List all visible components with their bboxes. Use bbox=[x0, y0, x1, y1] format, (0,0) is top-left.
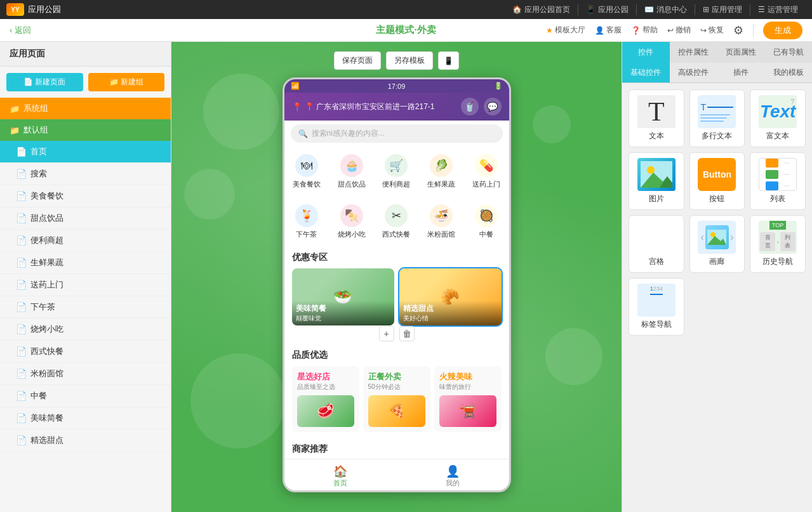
quality-img-3: 🫕 bbox=[439, 395, 496, 427]
cat-item-western[interactable]: ✂ 西式快餐 bbox=[374, 202, 419, 242]
top-nav-links: 🏠 应用公园首页 📱 应用公园 ✉️ 消息中心 ⊞ 应用管理 ☰ 运营管理 bbox=[505, 4, 806, 15]
component-text[interactable]: T 文本 bbox=[629, 89, 684, 147]
sidebar-item-medicine[interactable]: 📄 送药上门 bbox=[0, 274, 171, 296]
help-icon: ❓ bbox=[631, 26, 641, 35]
page-icon-10: 📄 bbox=[16, 346, 27, 357]
delete-promo-btn[interactable]: 🗑 bbox=[399, 326, 415, 341]
drink-icon[interactable]: 🥤 bbox=[461, 98, 479, 115]
page-icon-6: 📄 bbox=[16, 258, 27, 268]
save-template-button[interactable]: 另存模板 bbox=[386, 51, 433, 70]
history-component-icon: TOP 首页 › 列表 bbox=[759, 221, 797, 254]
component-richtext[interactable]: Text ? 富文本 bbox=[750, 89, 806, 147]
page-title: 主题模式·外卖 bbox=[376, 24, 436, 36]
sidebar-item-simple-meal[interactable]: 📄 美味简餐 bbox=[0, 407, 171, 430]
richtext-component-icon: Text ? bbox=[759, 95, 797, 128]
promo-item-2[interactable]: 🥐 精选甜点 美好心情 bbox=[399, 268, 502, 325]
cat-item-medicine[interactable]: 💊 送药上门 bbox=[464, 152, 509, 192]
sidebar-item-bbq[interactable]: 📄 烧烤小吃 bbox=[0, 318, 171, 341]
sidebar-item-noodles[interactable]: 📄 米粉面馆 bbox=[0, 363, 171, 385]
sidebar-item-western[interactable]: 📄 西式快餐 bbox=[0, 341, 171, 363]
sidebar-item-search[interactable]: 📄 搜索 bbox=[0, 163, 171, 185]
phone-mockup: 📶 17:09 🔋 📍 📍 广东省深圳市宝安区前进一路217-1 🥤 💬 🔍 搜… bbox=[283, 77, 511, 492]
cat-item-noodles[interactable]: 🍜 米粉面馆 bbox=[419, 202, 464, 242]
component-gallery[interactable]: ‹ › 画廊 bbox=[689, 215, 745, 273]
mobile-preview-button[interactable]: 📱 bbox=[438, 51, 459, 70]
help-btn[interactable]: ❓ 帮助 bbox=[631, 25, 658, 36]
merchant-section-title: 商家推荐 bbox=[284, 440, 509, 459]
undo-btn[interactable]: ↩ 撤销 bbox=[667, 25, 691, 36]
grid-icon: ⊞ bbox=[703, 5, 709, 14]
add-promo-btn[interactable]: + bbox=[379, 326, 394, 341]
tab-page-props[interactable]: 页面属性 bbox=[717, 42, 765, 63]
sidebar-item-fresh[interactable]: 📄 生鲜果蔬 bbox=[0, 252, 171, 274]
settings-btn[interactable]: ⚙ bbox=[733, 23, 743, 37]
sidebar-item-chinese[interactable]: 📄 中餐 bbox=[0, 385, 171, 407]
tab-control-props[interactable]: 控件属性 bbox=[670, 42, 717, 63]
comp-tab-plugin[interactable]: 插件 bbox=[717, 63, 765, 82]
bottom-nav-home[interactable]: 🏠 首页 bbox=[284, 464, 397, 488]
phone-search-bar[interactable]: 🔍 搜索ni感兴趣的内容... bbox=[291, 124, 503, 143]
component-multitext[interactable]: T 多行文本 bbox=[689, 89, 745, 147]
component-grid[interactable]: 宫格 bbox=[629, 215, 684, 273]
nav-link-home[interactable]: 🏠 应用公园首页 bbox=[505, 4, 578, 15]
tab-controls[interactable]: 控件 bbox=[622, 42, 670, 63]
new-page-button[interactable]: 📄 新建页面 bbox=[6, 73, 83, 91]
page-icon-12: 📄 bbox=[16, 391, 27, 401]
bottom-nav-profile[interactable]: 👤 我的 bbox=[397, 464, 509, 488]
chat-icon[interactable]: 💬 bbox=[484, 98, 502, 115]
sidebar-item-dessert[interactable]: 📄 甜点饮品 bbox=[0, 207, 171, 230]
button-component-icon: Button bbox=[698, 158, 736, 191]
cat-item-chinese[interactable]: 🥘 中餐 bbox=[464, 202, 509, 242]
image-component-icon bbox=[637, 158, 676, 191]
quality-item-2[interactable]: 正餐外卖 50分钟必达 🍕 bbox=[363, 366, 430, 432]
logo-area: YY 应用公园 bbox=[6, 3, 61, 16]
component-tabs[interactable]: 1 2 3 4 标签导航 bbox=[629, 278, 684, 336]
redo-btn[interactable]: ↪ 恢复 bbox=[700, 25, 724, 36]
cat-icon-dessert: 🧁 bbox=[340, 154, 363, 177]
new-group-button[interactable]: 📁 新建组 bbox=[88, 73, 165, 91]
cat-item-convenience[interactable]: 🛒 便利商超 bbox=[374, 152, 419, 192]
sidebar-group-default[interactable]: 📁 默认组 bbox=[0, 119, 171, 141]
sidebar-item-afternoon-tea[interactable]: 📄 下午茶 bbox=[0, 296, 171, 318]
comp-tab-advanced[interactable]: 高级控件 bbox=[670, 63, 717, 82]
customer-service-btn[interactable]: 👤 客服 bbox=[595, 25, 622, 36]
top-navigation: YY 应用公园 🏠 应用公园首页 📱 应用公园 ✉️ 消息中心 ⊞ 应用管理 ☰… bbox=[0, 0, 812, 19]
promo-grid: 🥗 美味简餐 颠覆味觉 🥐 精选甜点 美好心情 bbox=[292, 268, 502, 325]
cat-item-tea[interactable]: 🍹 下午茶 bbox=[284, 202, 329, 242]
text-component-icon: T bbox=[637, 95, 676, 128]
sidebar-item-sweet[interactable]: 📄 精选甜点 bbox=[0, 430, 171, 452]
sidebar-item-food[interactable]: 📄 美食餐饮 bbox=[0, 185, 171, 207]
quality-item-3[interactable]: 火辣美味 味蕾的旅行 🫕 bbox=[434, 366, 502, 432]
save-page-button[interactable]: 保存页面 bbox=[334, 51, 381, 70]
comp-tab-basic[interactable]: 基础控件 bbox=[622, 63, 670, 82]
comp-tab-my-template[interactable]: 我的模板 bbox=[764, 63, 812, 82]
component-list[interactable]: 列表 bbox=[750, 152, 806, 210]
nav-link-app[interactable]: 📱 应用公园 bbox=[578, 4, 637, 15]
cat-icon-medicine: 💊 bbox=[475, 154, 498, 177]
quality-item-1[interactable]: 星选好店 品质臻至之选 🥩 bbox=[292, 366, 359, 432]
cat-item-food[interactable]: 🍽 美食餐饮 bbox=[284, 152, 329, 192]
gear-icon: ⚙ bbox=[733, 23, 743, 37]
back-button[interactable]: ‹ 返回 bbox=[10, 25, 31, 36]
cat-icon-tea: 🍹 bbox=[295, 204, 318, 227]
sidebar-item-homepage[interactable]: 📄 首页 bbox=[0, 141, 171, 163]
sidebar-group-system[interactable]: 📁 系统组 bbox=[0, 98, 171, 119]
cat-icon-western: ✂ bbox=[385, 204, 408, 227]
template-hall-btn[interactable]: ★ 模板大厅 bbox=[546, 25, 585, 36]
component-image[interactable]: 图片 bbox=[629, 152, 684, 210]
component-history[interactable]: TOP 首页 › 列表 历史导航 bbox=[750, 215, 806, 273]
promo-item-1[interactable]: 🥗 美味简餐 颠覆味觉 bbox=[292, 268, 394, 325]
page-icon-5: 📄 bbox=[16, 235, 27, 246]
cat-item-bbq[interactable]: 🍢 烧烤小吃 bbox=[329, 202, 374, 242]
cat-item-dessert[interactable]: 🧁 甜点饮品 bbox=[329, 152, 374, 192]
generate-button[interactable]: 生成 bbox=[763, 22, 802, 39]
cat-item-fresh[interactable]: 🥬 生鲜果蔬 bbox=[419, 152, 464, 192]
nav-link-msg[interactable]: ✉️ 消息中心 bbox=[637, 4, 695, 15]
nav-link-manage[interactable]: ⊞ 应用管理 bbox=[695, 4, 750, 15]
component-button[interactable]: Button 按钮 bbox=[689, 152, 745, 210]
nav-link-ops[interactable]: ☰ 运营管理 bbox=[750, 4, 806, 15]
tab-navigation[interactable]: 已有导航 bbox=[764, 42, 812, 63]
deco-circle-3 bbox=[190, 353, 286, 449]
sidebar-item-convenience[interactable]: 📄 便利商超 bbox=[0, 230, 171, 252]
home-icon: 🏠 bbox=[512, 5, 522, 14]
